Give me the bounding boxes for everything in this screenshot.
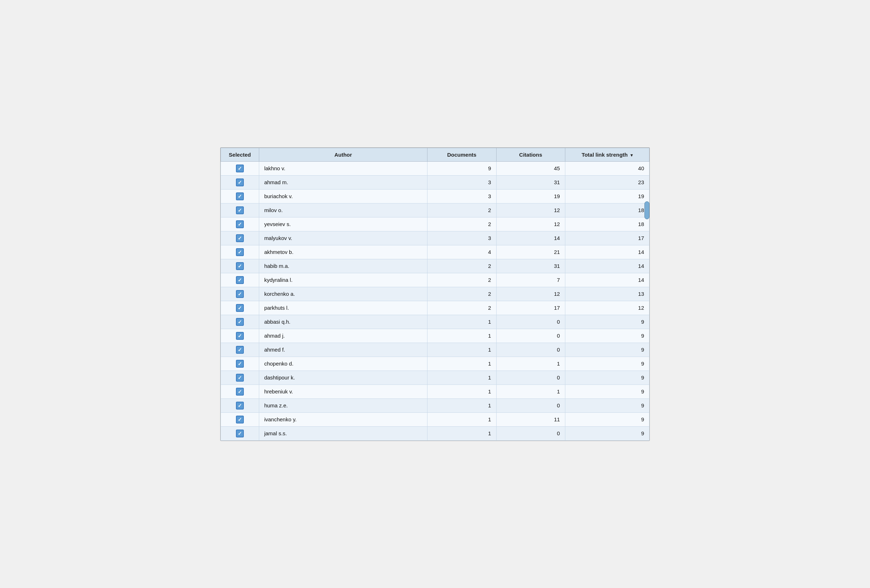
cell-documents: 1 [428, 329, 496, 343]
cell-documents: 1 [428, 343, 496, 356]
checkbox-checked[interactable] [236, 165, 244, 172]
cell-author: huma z.e. [259, 398, 427, 413]
checkbox-checked[interactable] [236, 402, 244, 410]
checkbox-checked[interactable] [236, 346, 244, 354]
checkbox-checked[interactable] [236, 374, 244, 382]
checkbox-checked[interactable] [236, 416, 244, 423]
cell-citations: 12 [496, 287, 565, 301]
cell-link-strength: 9 [565, 426, 649, 440]
cell-author: malyukov v. [259, 231, 427, 245]
table-row: yevseiev s.21218 [221, 217, 650, 231]
cell-link-strength: 9 [565, 371, 649, 385]
checkbox-checked[interactable] [236, 234, 244, 242]
checkbox-checked[interactable] [236, 290, 244, 298]
checkbox-checked[interactable] [236, 388, 244, 396]
table-row: korchenko a.21213 [221, 287, 650, 301]
header-link-strength[interactable]: Total link strength ▾ [565, 148, 649, 161]
checkbox-checked[interactable] [236, 276, 244, 284]
table-row: chopenko d.119 [221, 356, 650, 371]
table-row: ahmad j.109 [221, 329, 650, 343]
sort-descending-icon: ▾ [630, 153, 633, 158]
cell-citations: 19 [496, 189, 565, 203]
checkbox-checked[interactable] [236, 178, 244, 186]
header-documents: Documents [428, 148, 496, 161]
cell-selected[interactable] [221, 315, 259, 329]
cell-selected[interactable] [221, 245, 259, 259]
cell-selected[interactable] [221, 413, 259, 426]
cell-link-strength: 9 [565, 329, 649, 343]
cell-author: yevseiev s. [259, 217, 427, 231]
checkbox-checked[interactable] [236, 429, 244, 437]
table-row: huma z.e.109 [221, 398, 650, 413]
cell-selected[interactable] [221, 385, 259, 398]
table-row: lakhno v.94540 [221, 161, 650, 175]
cell-selected[interactable] [221, 343, 259, 356]
cell-link-strength: 12 [565, 301, 649, 315]
cell-author: milov o. [259, 203, 427, 217]
authors-table-container: Selected Author Documents Citations Tota… [220, 147, 650, 441]
table-row: jamal s.s.109 [221, 426, 650, 440]
cell-author: parkhuts l. [259, 301, 427, 315]
table-header-row: Selected Author Documents Citations Tota… [221, 148, 650, 161]
cell-citations: 17 [496, 301, 565, 315]
cell-documents: 2 [428, 259, 496, 273]
cell-citations: 31 [496, 259, 565, 273]
cell-selected[interactable] [221, 259, 259, 273]
cell-selected[interactable] [221, 189, 259, 203]
checkbox-checked[interactable] [236, 248, 244, 256]
cell-link-strength: 19 [565, 189, 649, 203]
table-row: kydyralina l.2714 [221, 273, 650, 287]
cell-author: kydyralina l. [259, 273, 427, 287]
checkbox-checked[interactable] [236, 332, 244, 340]
cell-selected[interactable] [221, 398, 259, 413]
checkbox-checked[interactable] [236, 220, 244, 228]
cell-selected[interactable] [221, 217, 259, 231]
cell-citations: 14 [496, 231, 565, 245]
cell-citations: 0 [496, 343, 565, 356]
cell-citations: 0 [496, 371, 565, 385]
header-author: Author [259, 148, 427, 161]
cell-selected[interactable] [221, 175, 259, 189]
scrollbar-thumb[interactable] [644, 201, 650, 219]
cell-selected[interactable] [221, 426, 259, 440]
cell-author: ivanchenko y. [259, 413, 427, 426]
cell-documents: 1 [428, 398, 496, 413]
cell-selected[interactable] [221, 203, 259, 217]
cell-author: abbasi q.h. [259, 315, 427, 329]
cell-selected[interactable] [221, 329, 259, 343]
authors-table: Selected Author Documents Citations Tota… [220, 148, 650, 441]
table-row: dashtipour k.109 [221, 371, 650, 385]
cell-citations: 12 [496, 217, 565, 231]
cell-author: dashtipour k. [259, 371, 427, 385]
cell-citations: 21 [496, 245, 565, 259]
checkbox-checked[interactable] [236, 360, 244, 368]
cell-selected[interactable] [221, 287, 259, 301]
table-row: abbasi q.h.109 [221, 315, 650, 329]
checkbox-checked[interactable] [236, 206, 244, 214]
table-row: buriachok v.31919 [221, 189, 650, 203]
table-row: hrebeniuk v.119 [221, 385, 650, 398]
cell-link-strength: 14 [565, 259, 649, 273]
cell-link-strength: 9 [565, 398, 649, 413]
cell-citations: 7 [496, 273, 565, 287]
checkbox-checked[interactable] [236, 262, 244, 270]
cell-link-strength: 9 [565, 315, 649, 329]
checkbox-checked[interactable] [236, 318, 244, 326]
cell-documents: 3 [428, 175, 496, 189]
cell-selected[interactable] [221, 273, 259, 287]
cell-citations: 0 [496, 315, 565, 329]
cell-selected[interactable] [221, 231, 259, 245]
table-row: milov o.21218 [221, 203, 650, 217]
cell-selected[interactable] [221, 161, 259, 175]
cell-selected[interactable] [221, 356, 259, 371]
cell-selected[interactable] [221, 301, 259, 315]
checkbox-checked[interactable] [236, 192, 244, 200]
cell-documents: 2 [428, 287, 496, 301]
cell-citations: 31 [496, 175, 565, 189]
checkbox-checked[interactable] [236, 304, 244, 312]
cell-citations: 1 [496, 385, 565, 398]
cell-citations: 11 [496, 413, 565, 426]
cell-selected[interactable] [221, 371, 259, 385]
table-row: ivanchenko y.1119 [221, 413, 650, 426]
table-body: lakhno v.94540ahmad m.33123buriachok v.3… [221, 161, 650, 440]
